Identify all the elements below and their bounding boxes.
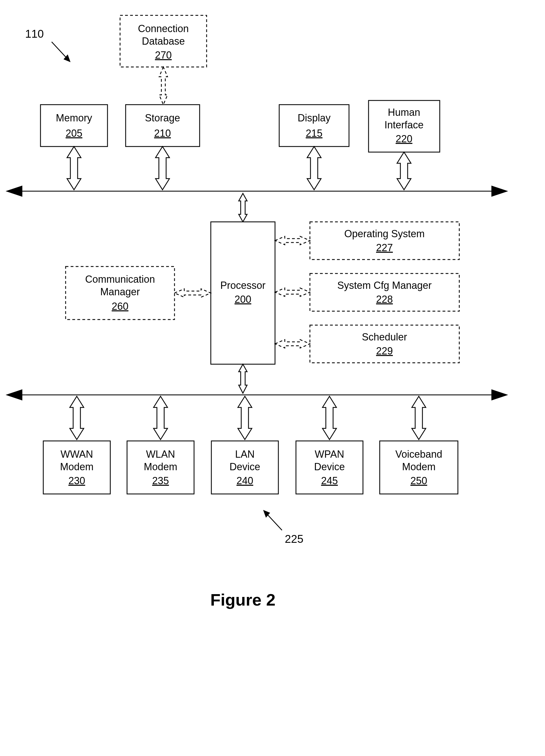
connector-bus-wlan <box>153 396 167 440</box>
svg-text:Modem: Modem <box>144 461 177 472</box>
svg-marker-53 <box>153 396 167 440</box>
connector-bus-wwan <box>70 396 84 440</box>
svg-marker-26 <box>491 186 508 197</box>
pointer-arrow-225 <box>264 511 282 530</box>
svg-text:Modem: Modem <box>60 461 93 472</box>
svg-text:215: 215 <box>306 128 323 139</box>
svg-text:228: 228 <box>376 294 393 305</box>
box-lan: LAN Device 240 <box>211 441 279 494</box>
svg-text:Device: Device <box>314 461 345 472</box>
svg-marker-50 <box>6 389 22 400</box>
reference-225: 225 <box>285 533 304 545</box>
svg-text:235: 235 <box>152 475 169 486</box>
box-scheduler: Scheduler 229 <box>310 325 459 363</box>
bus-bottom <box>6 389 508 400</box>
svg-text:Storage: Storage <box>145 112 180 124</box>
svg-text:Memory: Memory <box>56 112 92 124</box>
svg-marker-20 <box>67 147 81 190</box>
svg-text:210: 210 <box>154 128 171 139</box>
svg-marker-48 <box>239 364 247 393</box>
box-processor: Processor 200 <box>211 222 275 364</box>
svg-marker-25 <box>6 186 22 197</box>
svg-marker-46 <box>275 288 310 296</box>
svg-marker-21 <box>155 147 169 190</box>
box-os: Operating System 227 <box>310 222 459 260</box>
box-human-interface: Human Interface 220 <box>369 100 440 152</box>
connector-memory-bus <box>67 147 81 190</box>
svg-text:Connection: Connection <box>138 23 189 34</box>
box-voiceband: Voiceband Modem 250 <box>380 441 458 494</box>
svg-rect-36 <box>310 222 459 260</box>
pointer-arrow-110 <box>52 42 70 61</box>
connector-proc-sched <box>275 340 310 348</box>
svg-text:Database: Database <box>142 35 185 47</box>
svg-marker-55 <box>323 396 337 440</box>
svg-text:250: 250 <box>411 475 427 486</box>
figure-2-diagram: 110 Connection Database 270 Memory 205 S… <box>0 0 545 756</box>
connector-bus-wpan <box>323 396 337 440</box>
svg-text:Device: Device <box>229 461 260 472</box>
box-syscfg: System Cfg Manager 228 <box>310 273 459 311</box>
connector-commmgr-proc <box>174 289 211 297</box>
svg-text:Operating System: Operating System <box>344 228 425 239</box>
svg-text:System Cfg Manager: System Cfg Manager <box>337 280 432 291</box>
connector-proc-os <box>275 236 310 245</box>
svg-text:230: 230 <box>68 475 85 486</box>
svg-text:227: 227 <box>376 242 393 253</box>
connector-bus-lan <box>238 396 252 440</box>
svg-rect-39 <box>310 273 459 311</box>
svg-marker-27 <box>239 193 247 222</box>
svg-marker-54 <box>238 396 252 440</box>
svg-text:Processor: Processor <box>220 280 265 291</box>
bus-top <box>6 186 508 197</box>
connector-proc-bus-bottom <box>239 364 247 393</box>
svg-text:Scheduler: Scheduler <box>362 331 407 343</box>
svg-text:229: 229 <box>376 345 393 357</box>
svg-marker-52 <box>70 396 84 440</box>
connector-display-bus <box>307 147 321 190</box>
svg-marker-35 <box>174 289 211 297</box>
svg-marker-56 <box>412 396 426 440</box>
connector-bus-vband <box>412 396 426 440</box>
svg-text:260: 260 <box>112 301 128 312</box>
box-wwan: WWAN Modem 230 <box>43 441 110 494</box>
svg-text:Human: Human <box>388 107 420 118</box>
svg-text:240: 240 <box>236 475 253 486</box>
svg-marker-47 <box>275 340 310 348</box>
box-wpan: WPAN Device 245 <box>296 441 363 494</box>
svg-text:245: 245 <box>321 475 338 486</box>
svg-text:Display: Display <box>298 112 331 124</box>
svg-text:Manager: Manager <box>100 286 140 297</box>
svg-marker-22 <box>307 147 321 190</box>
svg-text:LAN: LAN <box>235 448 254 460</box>
connector-storage-bus <box>155 147 169 190</box>
svg-rect-42 <box>310 325 459 363</box>
svg-marker-45 <box>275 236 310 245</box>
figure-label: Figure 2 <box>210 591 275 609</box>
box-display: Display 215 <box>279 105 349 147</box>
svg-text:WLAN: WLAN <box>146 448 175 460</box>
svg-rect-28 <box>211 222 275 364</box>
svg-text:Interface: Interface <box>385 119 424 131</box>
connector-proc-syscfg <box>275 288 310 296</box>
box-memory: Memory 205 <box>40 105 107 147</box>
svg-rect-7 <box>40 105 107 147</box>
box-wlan: WLAN Modem 235 <box>127 441 194 494</box>
box-storage: Storage 210 <box>126 105 200 147</box>
box-connection-database: Connection Database 270 <box>120 15 206 67</box>
svg-marker-51 <box>491 389 508 400</box>
svg-text:WWAN: WWAN <box>61 448 93 460</box>
svg-text:Modem: Modem <box>402 461 436 472</box>
svg-text:WPAN: WPAN <box>315 448 344 460</box>
svg-text:205: 205 <box>66 128 82 139</box>
svg-rect-10 <box>126 105 200 147</box>
box-comm-manager: Communication Manager 260 <box>66 267 174 320</box>
connector-conndb-storage <box>159 67 167 105</box>
svg-marker-6 <box>159 67 167 105</box>
svg-marker-23 <box>397 152 411 190</box>
connector-hi-bus <box>397 152 411 190</box>
reference-110: 110 <box>25 28 44 40</box>
svg-rect-13 <box>279 105 349 147</box>
connector-bus-proc-top <box>239 193 247 222</box>
svg-text:220: 220 <box>396 133 412 145</box>
